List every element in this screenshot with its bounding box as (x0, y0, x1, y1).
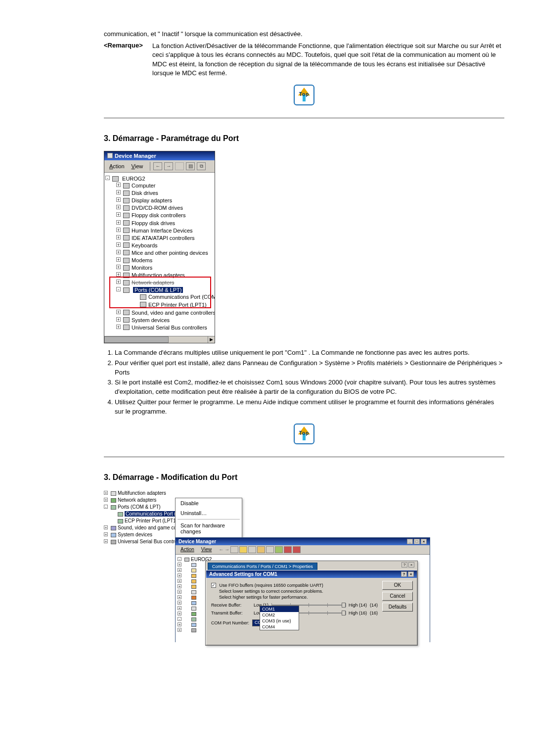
ctx-uninstall[interactable]: Uninstall… (176, 508, 242, 518)
toolbar-btn-icon[interactable] (239, 546, 247, 553)
twisty-icon[interactable]: + (178, 584, 181, 588)
twisty-icon[interactable]: + (116, 212, 121, 217)
twisty-icon[interactable]: + (178, 606, 181, 610)
twisty-icon[interactable]: + (116, 197, 121, 202)
cancel-button[interactable]: Cancel (382, 592, 413, 601)
defaults-button[interactable]: Defaults (382, 603, 413, 612)
close-icon[interactable]: × (421, 539, 427, 544)
twisty-icon[interactable]: + (178, 563, 181, 567)
twisty-icon[interactable]: - (105, 176, 110, 180)
twisty-icon[interactable]: + (116, 228, 121, 232)
tree-item-dvd[interactable]: DVD/CD-ROM drives (132, 205, 183, 211)
menu-action[interactable]: Action (106, 163, 128, 170)
slider-thumb[interactable] (342, 603, 346, 608)
menu-view[interactable]: View (129, 163, 146, 170)
twisty-icon[interactable]: + (116, 265, 121, 269)
tree-item-lpt1[interactable]: ECP Printer Port (LPT1) (148, 302, 207, 308)
maximize-icon[interactable]: □ (414, 539, 420, 544)
twisty-icon[interactable]: + (104, 539, 108, 543)
twisty-icon[interactable]: - (104, 505, 108, 509)
com-option[interactable]: COM1 (260, 606, 299, 612)
tree-item-multi[interactable]: Multifunction adapters (132, 272, 185, 278)
twisty-icon[interactable]: + (116, 190, 121, 194)
mini-tree-sys[interactable]: System devices (118, 532, 152, 537)
twisty-icon[interactable]: + (116, 310, 121, 314)
tree-item-com1[interactable]: Communications Port (COM1) (148, 294, 215, 300)
twisty-icon[interactable]: + (178, 590, 181, 594)
toolbar-properties-icon[interactable]: ▤ (186, 162, 195, 170)
twisty-icon[interactable]: + (116, 205, 121, 209)
tree-item-net[interactable]: Network adapters (132, 280, 174, 285)
close-icon[interactable]: × (408, 571, 414, 577)
help-icon[interactable]: ? (401, 562, 407, 567)
twisty-icon[interactable]: + (178, 612, 181, 615)
toolbar-btn-icon[interactable] (248, 546, 256, 553)
twisty-icon[interactable]: + (116, 272, 121, 277)
toolbar-btn-icon[interactable] (275, 546, 283, 553)
toolbar-btn-icon[interactable] (293, 546, 301, 553)
tree-item-mouse[interactable]: Mice and other pointing devices (132, 250, 208, 256)
twisty-icon[interactable]: + (178, 628, 181, 632)
com-port-dropdown[interactable]: COM1 COM2 COM3 (in use) COM4 (260, 606, 299, 630)
ctx-scan[interactable]: Scan for hardware changes (176, 520, 242, 536)
twisty-icon[interactable]: + (116, 242, 121, 247)
mini-tree-lpt[interactable]: ECP Printer Port (LPT1) (125, 518, 178, 523)
twisty-icon[interactable]: + (116, 280, 121, 284)
toolbar-btn-icon[interactable] (230, 546, 238, 553)
tree-item-disk[interactable]: Disk drives (132, 190, 158, 196)
twisty-icon[interactable]: + (104, 532, 108, 536)
twisty-icon[interactable]: + (116, 235, 121, 239)
twisty-icon[interactable]: + (116, 317, 121, 322)
tree-item-kb[interactable]: Keyboards (132, 242, 158, 248)
tree-item-ide[interactable]: IDE ATA/ATAPI controllers (132, 235, 195, 241)
toolbar-tree-icon[interactable]: ⧉ (197, 162, 206, 170)
twisty-icon[interactable]: + (178, 568, 181, 572)
twisty-icon[interactable]: - (116, 287, 121, 291)
scrollbar-right-arrow-icon[interactable]: ▶ (208, 336, 215, 343)
com-option[interactable]: COM4 (260, 624, 299, 630)
twisty-icon[interactable]: + (178, 573, 181, 577)
tree-item-usb[interactable]: Universal Serial Bus controllers (132, 325, 207, 331)
twisty-icon[interactable]: + (104, 498, 108, 502)
tree-item-display[interactable]: Display adapters (132, 197, 172, 203)
ctx-disable[interactable]: Disable (176, 498, 242, 508)
back-to-top-button[interactable]: Top (294, 424, 314, 444)
checkbox-icon[interactable]: ✓ (211, 583, 216, 588)
horizontal-scrollbar[interactable]: ▶ (104, 336, 215, 343)
toolbar-btn-icon[interactable] (257, 546, 265, 553)
menu-view[interactable]: View (198, 547, 215, 552)
tree-item-monitor[interactable]: Monitors (132, 265, 152, 271)
toolbar-back-icon[interactable]: ← (153, 162, 162, 170)
tree-item-hid[interactable]: Human Interface Devices (132, 228, 193, 234)
mini-tree-multi[interactable]: Multifunction adapters (118, 490, 166, 496)
twisty-icon[interactable]: + (178, 601, 181, 605)
twisty-icon[interactable]: + (178, 579, 181, 583)
twisty-icon[interactable]: + (104, 525, 108, 529)
tree-item-fdd[interactable]: Floppy disk drives (132, 220, 175, 226)
mini-tree-net[interactable]: Network adapters (118, 497, 156, 503)
twisty-icon[interactable]: + (116, 220, 121, 225)
com-option[interactable]: COM2 (260, 612, 299, 618)
twisty-icon[interactable]: + (116, 183, 121, 187)
twisty-icon[interactable]: + (116, 325, 121, 329)
toolbar-btn-icon[interactable] (284, 546, 292, 553)
mini-tree-ports[interactable]: Ports (COM & LPT) (118, 504, 161, 510)
close-icon[interactable]: × (408, 562, 414, 567)
tree-item-computer[interactable]: Computer (132, 183, 155, 189)
back-to-top-button[interactable]: Top (294, 85, 314, 105)
twisty-icon[interactable]: - (178, 617, 181, 621)
twisty-icon[interactable]: + (104, 491, 108, 495)
properties-tab[interactable]: Communications Ports / Ports / COM1 > Pr… (208, 563, 317, 570)
tree-item-ports[interactable]: Ports (COM & LPT) (133, 287, 183, 293)
tree-root[interactable]: EUROG2 (122, 176, 145, 182)
toolbar-btn-icon[interactable] (266, 546, 274, 553)
tree-item-sound[interactable]: Sound, video and game controllers (132, 310, 215, 316)
com-option[interactable]: COM3 (in use) (260, 618, 299, 624)
scrollbar-thumb[interactable] (104, 336, 169, 343)
help-icon[interactable]: ? (401, 571, 407, 577)
twisty-icon[interactable]: - (178, 557, 181, 561)
tree-item-modem[interactable]: Modems (132, 257, 152, 263)
tree-item-sys[interactable]: System devices (132, 317, 170, 323)
twisty-icon[interactable]: + (116, 257, 121, 262)
twisty-icon[interactable]: + (178, 595, 181, 599)
